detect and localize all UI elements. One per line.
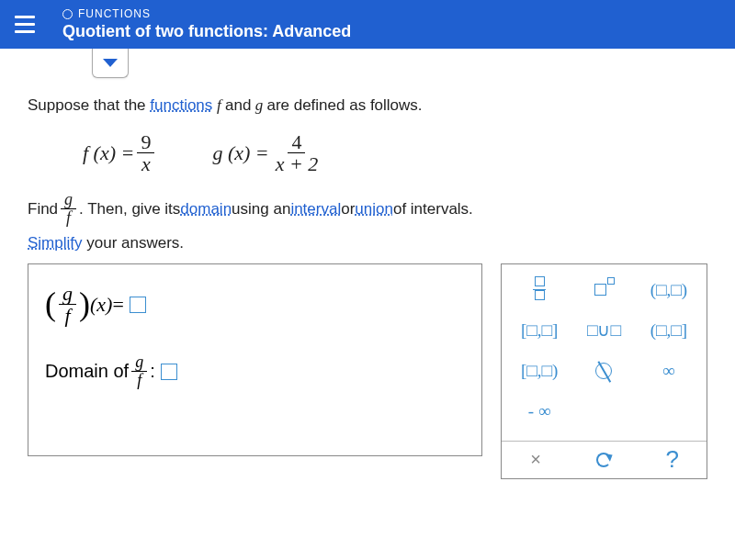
prompt-line: Suppose that the functions f and g are d… (28, 96, 707, 115)
palette-closed-open-button[interactable]: [□,□) (507, 351, 571, 391)
gf-answer-row: ( g f ) (x) = (45, 283, 465, 326)
fx-num: 9 (137, 131, 154, 153)
hamburger-menu-icon[interactable] (15, 16, 35, 33)
answer-gf-den: f (61, 305, 74, 326)
domain-colon: : (150, 361, 155, 382)
palette-closed-interval-button[interactable]: [□,□] (507, 310, 571, 351)
find-mid: . Then, give its (79, 200, 180, 218)
fx-lhs: f (x) = (83, 141, 134, 165)
domain-gf-num: g (131, 353, 147, 372)
domain-answer-row: Domain of g f : (45, 353, 465, 389)
palette-exponent-button[interactable] (571, 270, 636, 310)
palette-open-closed-button[interactable]: (□,□] (637, 310, 701, 351)
x-label: (x) (90, 293, 112, 317)
palette-open-interval-button[interactable]: (□,□) (637, 270, 701, 310)
expand-tab[interactable] (92, 49, 129, 78)
domain-link[interactable]: domain (180, 200, 232, 218)
simplify-end: your answers. (86, 234, 184, 252)
equals-sign: = (112, 293, 123, 317)
gx-num: 4 (288, 131, 305, 153)
find-or: or (341, 200, 355, 218)
palette-neg-infinity-button[interactable]: - ∞ (507, 391, 571, 431)
find-end: of intervals. (393, 200, 473, 218)
find-pre: Find (28, 200, 58, 218)
palette-reset-button[interactable] (570, 442, 638, 478)
gf-answer-input[interactable] (130, 297, 146, 313)
chevron-down-icon (103, 59, 118, 67)
page-title: Quotient of two functions: Advanced (62, 22, 351, 41)
header: FUNCTIONS Quotient of two functions: Adv… (0, 0, 735, 49)
union-link[interactable]: union (355, 200, 393, 218)
input-palette: (□,□) [□,□] □∪□ (□,□] [□,□) ∞ - ∞ × ? (501, 263, 707, 479)
palette-fraction-button[interactable] (507, 270, 571, 310)
palette-infinity-button[interactable]: ∞ (637, 351, 701, 391)
palette-help-button[interactable]: ? (639, 442, 707, 478)
interval-link[interactable]: interval (290, 200, 341, 218)
functions-link[interactable]: functions (150, 96, 212, 114)
palette-union-button[interactable]: □∪□ (571, 310, 636, 351)
prompt-text: Suppose that the (28, 96, 150, 114)
domain-gf-den: f (133, 372, 145, 389)
gf-num: g (61, 191, 76, 209)
empty-set-icon (595, 363, 612, 379)
gf-den: f (62, 209, 74, 227)
gx-den: x + 2 (272, 153, 322, 174)
domain-label: Domain of (45, 361, 129, 382)
equation-display: f (x) = 9 x g (x) = 4 x + 2 (83, 131, 671, 174)
category-label: FUNCTIONS (62, 7, 351, 20)
palette-empty-set-button[interactable] (571, 351, 636, 391)
fx-den: x (138, 153, 154, 174)
category-circle-icon (62, 9, 73, 19)
palette-clear-button[interactable]: × (502, 442, 570, 478)
answer-gf-num: g (59, 283, 76, 305)
find-instruction: Find g f . Then, give its domain using a… (28, 191, 707, 227)
answer-panel: ( g f ) (x) = Domain of g f : (28, 263, 482, 456)
simplify-instruction: Simplify your answers. (28, 234, 707, 252)
simplify-link[interactable]: Simplify (28, 234, 83, 252)
domain-answer-input[interactable] (161, 364, 177, 380)
find-using: using an (232, 200, 290, 218)
category-text: FUNCTIONS (78, 7, 151, 20)
gx-lhs: g (x) = (212, 141, 268, 165)
reset-icon (596, 453, 611, 467)
